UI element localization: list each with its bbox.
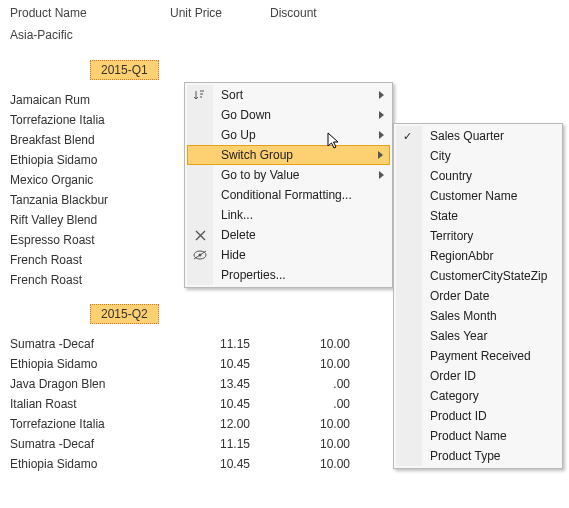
submenu-item[interactable]: Product Type <box>396 446 560 466</box>
submenu-item[interactable]: Sales Month <box>396 306 560 326</box>
menu-go-up-label: Go Up <box>221 128 256 142</box>
cell-product-name: Breakfast Blend <box>10 133 170 147</box>
cell-discount: 10.00 <box>270 337 370 351</box>
cell-unit-price: 10.45 <box>170 397 270 411</box>
submenu-item[interactable]: Order ID <box>396 366 560 386</box>
quarter-badge[interactable]: 2015-Q1 <box>90 60 159 80</box>
submenu-item[interactable]: Payment Received <box>396 346 560 366</box>
cell-product-name: Rift Valley Blend <box>10 213 170 227</box>
submenu-item-label: Country <box>430 169 472 183</box>
submenu-item[interactable]: Order Date <box>396 286 560 306</box>
cell-product-name: French Roast <box>10 253 170 267</box>
cell-discount: 10.00 <box>270 417 370 431</box>
menu-hide-label: Hide <box>221 248 246 262</box>
submenu-item[interactable]: Customer Name <box>396 186 560 206</box>
sort-icon <box>193 88 207 102</box>
menu-delete[interactable]: Delete <box>187 225 390 245</box>
menu-link[interactable]: Link... <box>187 205 390 225</box>
menu-go-to-by-value[interactable]: Go to by Value <box>187 165 390 185</box>
submenu-item[interactable]: Product ID <box>396 406 560 426</box>
submenu-item[interactable]: Sales Year <box>396 326 560 346</box>
delete-icon <box>193 228 207 242</box>
submenu-item-label: State <box>430 209 458 223</box>
cell-product-name: Espresso Roast <box>10 233 170 247</box>
submenu-item-label: Order ID <box>430 369 476 383</box>
menu-sort-label: Sort <box>221 88 243 102</box>
menu-delete-label: Delete <box>221 228 256 242</box>
submenu-item-label: Category <box>430 389 479 403</box>
region-label: Asia-Pacific <box>0 24 569 46</box>
table-header: Product Name Unit Price Discount <box>0 0 569 24</box>
submenu-item[interactable]: CustomerCityStateZip <box>396 266 560 286</box>
submenu-item-label: Order Date <box>430 289 489 303</box>
submenu-item-label: Customer Name <box>430 189 517 203</box>
cell-product-name: Sumatra -Decaf <box>10 437 170 451</box>
submenu-item[interactable]: Product Name <box>396 426 560 446</box>
context-menu: Sort Go Down Go Up Switch Group Go to by… <box>184 82 393 288</box>
submenu-item[interactable]: State <box>396 206 560 226</box>
cell-product-name: Java Dragon Blen <box>10 377 170 391</box>
cell-discount: .00 <box>270 397 370 411</box>
cell-product-name: Torrefazione Italia <box>10 417 170 431</box>
cell-discount: 10.00 <box>270 437 370 451</box>
submenu-item-label: Sales Year <box>430 329 487 343</box>
menu-conditional-formatting[interactable]: Conditional Formatting... <box>187 185 390 205</box>
cell-product-name: Ethiopia Sidamo <box>10 153 170 167</box>
cell-unit-price: 11.15 <box>170 337 270 351</box>
cell-product-name: Ethiopia Sidamo <box>10 357 170 371</box>
header-product-name[interactable]: Product Name <box>10 6 170 20</box>
submenu-item[interactable]: Territory <box>396 226 560 246</box>
submenu-item-label: Sales Month <box>430 309 497 323</box>
cell-discount: 10.00 <box>270 457 370 471</box>
submenu-item-label: Territory <box>430 229 473 243</box>
submenu-item-label: Payment Received <box>430 349 531 363</box>
header-discount[interactable]: Discount <box>270 6 370 20</box>
cell-product-name: French Roast <box>10 273 170 287</box>
submenu-arrow-icon <box>378 151 383 159</box>
header-unit-price[interactable]: Unit Price <box>170 6 270 20</box>
menu-hide[interactable]: Hide <box>187 245 390 265</box>
submenu-item-label: Product Name <box>430 429 507 443</box>
cell-unit-price: 13.45 <box>170 377 270 391</box>
menu-go-down[interactable]: Go Down <box>187 105 390 125</box>
cell-product-name: Mexico Organic <box>10 173 170 187</box>
submenu-item[interactable]: RegionAbbr <box>396 246 560 266</box>
cell-product-name: Sumatra -Decaf <box>10 337 170 351</box>
cell-unit-price: 12.00 <box>170 417 270 431</box>
submenu-arrow-icon <box>379 91 384 99</box>
quarter-badge[interactable]: 2015-Q2 <box>90 304 159 324</box>
menu-go-down-label: Go Down <box>221 108 271 122</box>
cell-discount: 10.00 <box>270 357 370 371</box>
submenu-item-label: RegionAbbr <box>430 249 493 263</box>
submenu-item-label: CustomerCityStateZip <box>430 269 547 283</box>
submenu-item-label: City <box>430 149 451 163</box>
submenu-item[interactable]: ✓Sales Quarter <box>396 126 560 146</box>
submenu-item-label: Product ID <box>430 409 487 423</box>
switch-group-submenu: ✓Sales QuarterCityCountryCustomer NameSt… <box>393 123 563 469</box>
submenu-item[interactable]: Category <box>396 386 560 406</box>
cell-unit-price: 10.45 <box>170 357 270 371</box>
cell-product-name: Ethiopia Sidamo <box>10 457 170 471</box>
menu-switch-group[interactable]: Switch Group <box>187 145 390 165</box>
cell-unit-price: 11.15 <box>170 437 270 451</box>
menu-switch-group-label: Switch Group <box>221 148 293 162</box>
submenu-item[interactable]: Country <box>396 166 560 186</box>
submenu-arrow-icon <box>379 111 384 119</box>
submenu-item-label: Sales Quarter <box>430 129 504 143</box>
menu-sort[interactable]: Sort <box>187 85 390 105</box>
cell-product-name: Torrefazione Italia <box>10 113 170 127</box>
cell-discount: .00 <box>270 377 370 391</box>
submenu-item[interactable]: City <box>396 146 560 166</box>
cell-unit-price: 10.45 <box>170 457 270 471</box>
submenu-item-label: Product Type <box>430 449 501 463</box>
menu-link-label: Link... <box>221 208 253 222</box>
submenu-arrow-icon <box>379 131 384 139</box>
menu-go-up[interactable]: Go Up <box>187 125 390 145</box>
cell-product-name: Tanzania Blackbur <box>10 193 170 207</box>
hide-icon <box>193 248 207 262</box>
check-icon: ✓ <box>403 130 412 143</box>
menu-properties[interactable]: Properties... <box>187 265 390 285</box>
menu-conditional-formatting-label: Conditional Formatting... <box>221 188 352 202</box>
submenu-arrow-icon <box>379 171 384 179</box>
cell-product-name: Italian Roast <box>10 397 170 411</box>
